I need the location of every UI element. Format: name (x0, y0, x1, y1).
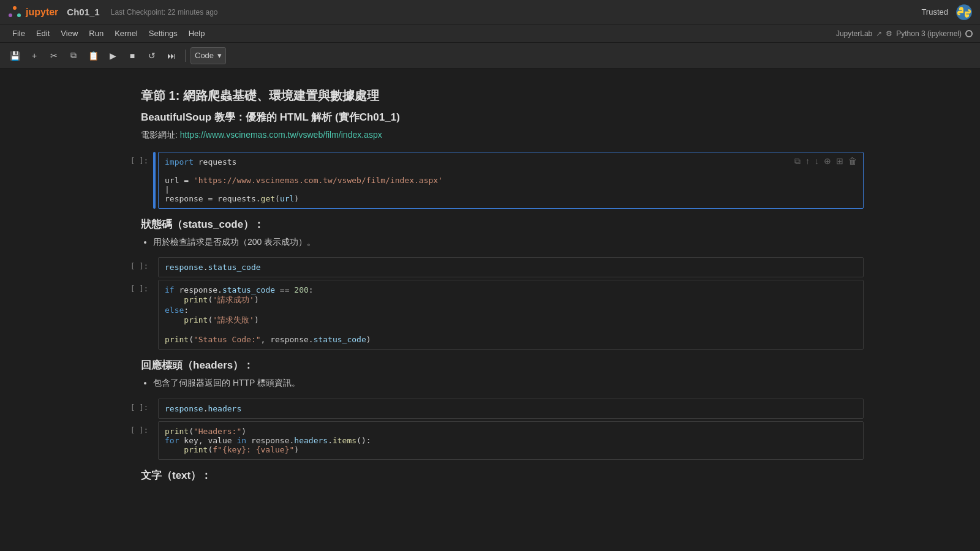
copy-button[interactable]: ⧉ (65, 47, 82, 64)
cell-type-dropdown[interactable]: Code ▾ (190, 47, 226, 64)
code-editor-2[interactable]: response.status_code (158, 257, 864, 277)
add-cell-button[interactable]: + (26, 47, 43, 64)
cell-left-bar-1 (153, 152, 156, 209)
trusted-label: Trusted (921, 7, 948, 17)
kernel-label: Python 3 (ipykernel) (896, 29, 962, 38)
code-editor-5[interactable]: print("Headers:") for key, value in resp… (158, 421, 864, 460)
save-button[interactable]: 💾 (6, 47, 23, 64)
section1-bullet: 用於檢查請求是否成功（200 表示成功）。 (153, 235, 864, 249)
run-button[interactable]: ▶ (104, 47, 121, 64)
markdown-cell-text: 文字（text）： (104, 462, 876, 491)
menu-kernel[interactable]: Kernel (110, 28, 143, 39)
cell-prompt-3: [ ]: (116, 280, 153, 350)
code-editor-4[interactable]: response.headers (158, 399, 864, 419)
external-link-icon: ↗ (876, 29, 882, 38)
cell-left-bar-3 (153, 280, 156, 350)
url-line: 電影網址: https://www.vscinemas.com.tw/vsweb… (141, 128, 864, 141)
cell-toolbar-1: ⧉ ↑ ↓ ⊕ ⊞ 🗑 (793, 155, 858, 168)
delete-cell-btn[interactable]: 🗑 (847, 155, 858, 168)
settings-icon: ⚙ (886, 29, 892, 38)
markdown-cell-heading: 章節 1: 網路爬蟲基礎、環境建置與數據處理 BeautifulSoup 教學：… (104, 81, 876, 149)
stop-button[interactable]: ■ (124, 47, 141, 64)
jupyter-logo: jupyter (7, 5, 58, 20)
top-bar: jupyter Ch01_1 Last Checkpoint: 22 minut… (0, 0, 980, 24)
code-cell-3: [ ]: if response.status_code == 200: pri… (104, 280, 876, 350)
section2-bullet: 包含了伺服器返回的 HTTP 標頭資訊。 (153, 376, 864, 389)
menu-edit[interactable]: Edit (31, 28, 55, 39)
notebook-title: Ch01_1 (67, 7, 99, 17)
menu-settings[interactable]: Settings (144, 28, 183, 39)
copy-cell-btn[interactable]: ⧉ (793, 155, 802, 168)
checkpoint-info: Last Checkpoint: 22 minutes ago (111, 8, 218, 17)
svg-point-4 (962, 8, 963, 9)
cell-prompt-2: [ ]: (116, 257, 153, 277)
section2-title: 回應標頭（headers）： (141, 357, 864, 373)
url-label: 電影網址: (141, 130, 178, 140)
menu-run[interactable]: Run (84, 28, 108, 39)
code-cell-5: [ ]: print("Headers:") for key, value in… (104, 421, 876, 460)
code-cell-1: [ ]: ⧉ ↑ ↓ ⊕ ⊞ 🗑 import requests url = '… (104, 152, 876, 209)
toolbar: 💾 + ✂ ⧉ 📋 ▶ ■ ↺ ⏭ Code ▾ (0, 43, 980, 69)
cell-left-bar-2 (153, 257, 156, 277)
menu-file[interactable]: File (7, 28, 30, 39)
paste-button[interactable]: 📋 (85, 47, 102, 64)
top-bar-right: Trusted (921, 4, 973, 21)
cell-container: 章節 1: 網路爬蟲基礎、環境建置與數據處理 BeautifulSoup 教學：… (92, 81, 888, 491)
svg-point-2 (17, 13, 21, 17)
kernel-status-circle (965, 30, 973, 37)
svg-point-0 (13, 6, 17, 10)
dropdown-arrow-icon: ▾ (217, 51, 222, 60)
cell-left-bar-4 (153, 399, 156, 419)
toolbar-divider (185, 50, 186, 62)
heading2: BeautifulSoup 教學：優雅的 HTML 解析 (實作Ch01_1) (141, 109, 864, 126)
notebook-area: 章節 1: 網路爬蟲基礎、環境建置與數據處理 BeautifulSoup 教學：… (0, 69, 980, 551)
toolbar-right: JupyterLab ↗ ⚙ Python 3 (ipykernel) (836, 29, 973, 38)
section3-title: 文字（text）： (141, 467, 864, 484)
cut-button[interactable]: ✂ (45, 47, 62, 64)
cell-left-bar-5 (153, 421, 156, 460)
move-up-btn[interactable]: ↑ (804, 155, 811, 168)
jupyter-text: jupyter (26, 7, 58, 18)
jupyterlab-label: JupyterLab (836, 29, 872, 38)
code-editor-1[interactable]: ⧉ ↑ ↓ ⊕ ⊞ 🗑 import requests url = 'https… (158, 152, 864, 209)
python-icon (956, 4, 973, 21)
svg-point-5 (965, 15, 966, 16)
url-link[interactable]: https://www.vscinemas.com.tw/vsweb/film/… (180, 130, 382, 140)
markdown-cell-status: 狀態碼（status_code）： 用於檢查請求是否成功（200 表示成功）。 (104, 211, 876, 255)
cell-prompt-4: [ ]: (116, 399, 153, 419)
menu-view[interactable]: View (56, 28, 83, 39)
menu-bar: File Edit View Run Kernel Settings Help … (0, 24, 980, 43)
menu-help[interactable]: Help (184, 28, 210, 39)
code-cell-2: [ ]: response.status_code (104, 257, 876, 277)
move-down-btn[interactable]: ↓ (813, 155, 820, 168)
code-editor-3[interactable]: if response.status_code == 200: print('請… (158, 280, 864, 350)
jupyter-logo-icon (7, 5, 22, 20)
kernel-info: JupyterLab ↗ ⚙ Python 3 (ipykernel) (836, 29, 973, 38)
restart-run-button[interactable]: ⏭ (163, 47, 180, 64)
cell-prompt-1: [ ]: (116, 152, 153, 209)
markdown-cell-headers: 回應標頭（headers）： 包含了伺服器返回的 HTTP 標頭資訊。 (104, 352, 876, 396)
heading1: 章節 1: 網路爬蟲基礎、環境建置與數據處理 (141, 86, 864, 105)
svg-point-1 (9, 13, 12, 17)
code-cell-4: [ ]: response.headers (104, 399, 876, 419)
add-above-btn[interactable]: ⊕ (823, 155, 832, 168)
add-below-btn[interactable]: ⊞ (835, 155, 845, 168)
section1-title: 狀態碼（status_code）： (141, 216, 864, 233)
cell-prompt-5: [ ]: (116, 421, 153, 460)
restart-button[interactable]: ↺ (143, 47, 160, 64)
cell-type-label: Code (195, 51, 214, 60)
